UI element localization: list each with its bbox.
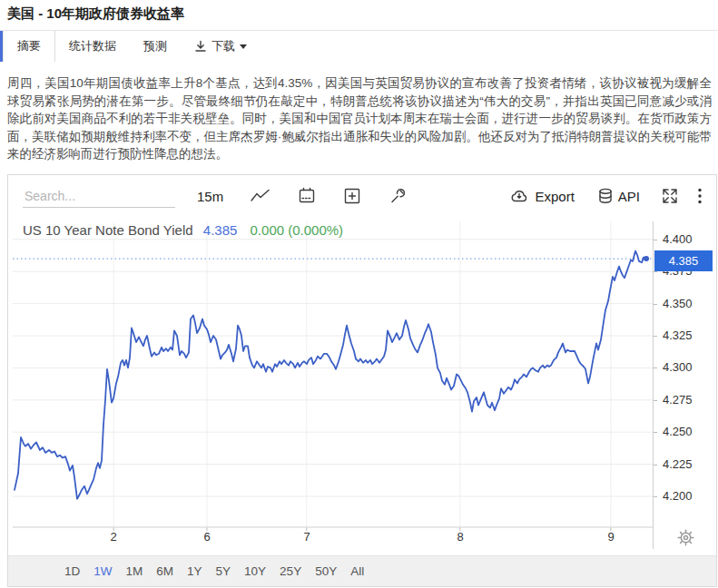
settings-wrench-icon[interactable] [389,187,407,205]
y-axis-label: 4.225 [663,457,693,471]
api-button[interactable]: API [598,188,640,204]
range-button-6m[interactable]: 6M [156,564,173,578]
y-axis-tick [654,240,657,240]
range-button-10y[interactable]: 10Y [244,564,266,578]
y-axis-tick [654,432,657,433]
y-axis-label: 4.300 [663,360,693,374]
download-icon [194,40,207,53]
interval-button[interactable]: 15m [197,189,223,204]
tab-statistics[interactable]: 统计数据 [55,31,130,62]
y-axis-tick [654,496,657,497]
x-axis-label: 7 [303,530,310,544]
y-axis-tick [654,336,657,337]
range-button-1w[interactable]: 1W [93,564,112,578]
gear-icon[interactable] [677,529,694,550]
y-axis-tick [654,465,657,466]
search-input[interactable] [23,185,175,208]
chart-toolbar: 15m [8,175,716,217]
x-axis: 26789 [8,530,653,546]
current-value-badge: 4.385 [654,250,713,271]
x-axis-label: 6 [203,530,210,544]
cloud-download-icon [509,189,529,203]
tab-forecast[interactable]: 预测 [130,31,181,62]
series-value: 4.385 [203,222,238,238]
tab-summary[interactable]: 摘要 [3,31,55,62]
page-title: 美国 - 10年期政府债券收益率 [7,5,184,23]
chart-panel: 15m [7,174,717,587]
y-axis-label: 4.250 [663,425,693,438]
calendar-icon[interactable] [298,187,316,205]
caret-down-icon [240,44,247,49]
range-button-1d[interactable]: 1D [64,564,80,578]
range-button-50y[interactable]: 50Y [315,564,337,578]
y-axis-label: 4.275 [663,393,693,407]
x-axis-label: 9 [607,530,614,544]
fullscreen-icon[interactable] [662,188,678,204]
y-axis-tick [654,368,657,368]
toolbar-right-group: Export API [509,188,702,204]
series-name: US 10 Year Note Bond Yield [23,222,193,238]
export-label: Export [535,189,574,204]
y-axis-tick [654,304,657,305]
database-icon [598,188,613,204]
yield-line-chart[interactable] [13,221,653,532]
series-change: 0.000 (0.000%) [251,222,344,238]
y-axis-label: 4.325 [663,328,693,342]
y-axis-tick [654,400,657,401]
chart-legend: US 10 Year Note Bond Yield 4.385 0.000 (… [23,222,343,238]
tab-forecast-label: 预测 [143,38,167,54]
more-menu-icon[interactable] [698,188,702,204]
range-selector: 1D1W1M6M1Y5Y10Y25Y50YAll [8,555,716,586]
compare-add-icon[interactable] [343,187,361,205]
range-button-25y[interactable]: 25Y [280,564,301,578]
range-button-1y[interactable]: 1Y [187,564,202,578]
tab-statistics-label: 统计数据 [69,38,116,54]
y-axis-label: 4.400 [663,232,693,246]
tab-download-label: 下载 [211,38,235,54]
y-axis-label: 4.200 [663,489,693,503]
tab-summary-label: 摘要 [17,38,41,54]
range-button-1m[interactable]: 1M [126,564,143,578]
range-button-5y[interactable]: 5Y [216,564,231,578]
range-button-all[interactable]: All [350,564,364,578]
y-axis-label: 4.350 [663,297,693,310]
tab-bar: 摘要 统计数据 预测 下载 [0,30,718,62]
y-axis-tick [654,271,657,272]
x-axis-label: 2 [110,530,116,544]
tab-download[interactable]: 下载 [181,31,261,62]
x-axis-label: 8 [457,530,463,544]
export-button[interactable]: Export [509,189,574,204]
summary-paragraph: 周四，美国10年期国债收益率上升8个基点，达到4.35%，因美国与英国贸易协议的… [7,74,712,163]
api-label: API [618,189,640,204]
chart-type-icon[interactable] [251,188,270,204]
